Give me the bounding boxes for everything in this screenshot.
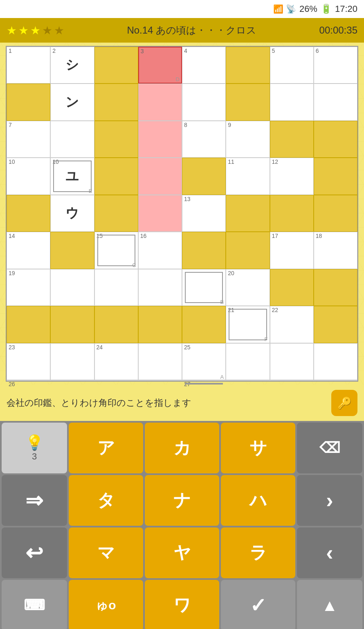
key-sa[interactable]: サ bbox=[221, 423, 295, 473]
cell-10-1[interactable]: 26 bbox=[7, 380, 50, 381]
cell-7-3[interactable] bbox=[94, 269, 138, 306]
cell-3-3 bbox=[94, 121, 138, 158]
key-ta[interactable]: タ bbox=[69, 475, 143, 526]
star-5: ★ bbox=[54, 24, 64, 37]
cell-3-1[interactable]: 7 bbox=[7, 121, 50, 158]
cell-7-5[interactable]: B bbox=[182, 269, 226, 306]
cell-10-3[interactable] bbox=[94, 380, 138, 381]
keyboard: 💡 3 ア カ サ ⌫ ⇒ タ ナ ハ › ↩ マ ヤ ラ ‹ ⌨ ゅo ワ ✓… bbox=[0, 421, 364, 629]
cell-2-7[interactable] bbox=[270, 84, 314, 120]
cell-1-1[interactable]: 1 bbox=[7, 47, 50, 84]
cell-2-4[interactable] bbox=[138, 84, 182, 120]
keyboard-button[interactable]: ⌨ bbox=[2, 580, 67, 629]
key-na[interactable]: ナ bbox=[145, 475, 219, 526]
cell-2-2[interactable]: ン bbox=[50, 84, 94, 120]
cell-5-2[interactable]: ウ bbox=[50, 195, 94, 232]
cell-4-2[interactable]: 10 ユ E bbox=[50, 158, 94, 195]
cell-6-7[interactable]: 17 bbox=[270, 232, 314, 269]
header: ★ ★ ★ ★ ★ No.14 あの頃は・・・クロス 00:00:35 bbox=[0, 18, 364, 43]
puzzle-area: 1 2シ 3D 4 5 6 ン 7 8 9 10 10 ユ E bbox=[0, 43, 364, 385]
cell-6-5 bbox=[182, 232, 226, 269]
cell-7-4[interactable] bbox=[138, 269, 182, 306]
cell-3-6[interactable]: 9 bbox=[226, 121, 270, 158]
cell-6-1[interactable]: 14 bbox=[7, 232, 50, 269]
hint-key-button[interactable]: 🔑 bbox=[331, 390, 357, 416]
cell-5-5[interactable]: 13 bbox=[182, 195, 226, 232]
cell-9-1[interactable]: 23 bbox=[7, 343, 50, 380]
star-1: ★ bbox=[7, 24, 17, 37]
cell-1-8[interactable]: 6 bbox=[314, 47, 357, 84]
forward-button[interactable]: ⇒ bbox=[2, 475, 67, 526]
key-ka[interactable]: カ bbox=[145, 423, 219, 473]
next-button[interactable]: › bbox=[297, 475, 362, 526]
cell-8-1 bbox=[7, 306, 50, 343]
cell-1-5[interactable]: 4 bbox=[182, 47, 226, 84]
difficulty-stars: ★ ★ ★ ★ ★ bbox=[7, 24, 64, 37]
cell-3-4[interactable] bbox=[138, 121, 182, 158]
star-4: ★ bbox=[42, 24, 52, 37]
cell-8-5 bbox=[182, 306, 226, 343]
cell-10-5[interactable]: 27 A bbox=[182, 380, 226, 381]
cell-4-7[interactable]: 12 bbox=[270, 158, 314, 195]
cell-3-5[interactable]: 8 bbox=[182, 121, 226, 158]
back-button[interactable]: ↩ bbox=[2, 527, 67, 578]
prev-button[interactable]: ‹ bbox=[297, 527, 362, 578]
cell-4-1[interactable]: 10 bbox=[7, 158, 50, 195]
cell-10-7[interactable] bbox=[270, 380, 314, 381]
cell-10-4[interactable] bbox=[138, 380, 182, 381]
kb-row-2: ⇒ タ ナ ハ › bbox=[2, 475, 362, 526]
key-ma[interactable]: マ bbox=[69, 527, 143, 578]
cell-6-2 bbox=[50, 232, 94, 269]
cell-10-8[interactable] bbox=[314, 380, 357, 381]
key-a[interactable]: ア bbox=[69, 423, 143, 473]
cell-4-4[interactable] bbox=[138, 158, 182, 195]
cell-8-2 bbox=[50, 306, 94, 343]
cell-2-8[interactable] bbox=[314, 84, 357, 120]
cell-6-8[interactable]: 18 bbox=[314, 232, 357, 269]
cell-7-7 bbox=[270, 269, 314, 306]
cell-9-7[interactable] bbox=[270, 343, 314, 380]
cell-2-6 bbox=[226, 84, 270, 120]
key-ra[interactable]: ラ bbox=[221, 527, 295, 578]
cell-3-2[interactable] bbox=[50, 121, 94, 158]
confirm-button[interactable]: ✓ bbox=[221, 580, 295, 629]
status-bar: 📶 📡 26% 🔋 17:20 bbox=[0, 0, 364, 18]
cell-9-8[interactable] bbox=[314, 343, 357, 380]
cell-2-1 bbox=[7, 84, 50, 120]
key-wa[interactable]: ワ bbox=[145, 580, 219, 629]
battery-icon: 🔋 bbox=[321, 4, 332, 14]
cell-9-2[interactable] bbox=[50, 343, 94, 380]
cell-10-2[interactable] bbox=[50, 380, 94, 381]
cell-8-3 bbox=[94, 306, 138, 343]
puzzle-title: No.14 あの頃は・・・クロス bbox=[127, 24, 256, 37]
cell-9-6[interactable] bbox=[226, 343, 270, 380]
up-button[interactable]: ▲ bbox=[297, 580, 362, 629]
key-ha[interactable]: ハ bbox=[221, 475, 295, 526]
cell-6-4[interactable]: 16 bbox=[138, 232, 182, 269]
cell-1-2[interactable]: 2シ bbox=[50, 47, 94, 84]
cell-6-3[interactable]: 15 C bbox=[94, 232, 138, 269]
hint-count: 3 bbox=[32, 451, 37, 462]
cell-8-7[interactable]: 22 bbox=[270, 306, 314, 343]
key-ya[interactable]: ヤ bbox=[145, 527, 219, 578]
cell-10-6[interactable] bbox=[226, 380, 270, 381]
cell-9-3[interactable]: 24 bbox=[94, 343, 138, 380]
cell-2-5[interactable] bbox=[182, 84, 226, 120]
key-small[interactable]: ゅo bbox=[69, 580, 143, 629]
cell-7-1[interactable]: 19 bbox=[7, 269, 50, 306]
cell-5-4[interactable] bbox=[138, 195, 182, 232]
cell-7-8 bbox=[314, 269, 357, 306]
cell-1-7[interactable]: 5 bbox=[270, 47, 314, 84]
cell-4-6[interactable]: 11 bbox=[226, 158, 270, 195]
cell-9-4[interactable] bbox=[138, 343, 182, 380]
crossword-grid[interactable]: 1 2シ 3D 4 5 6 ン 7 8 9 10 10 ユ E bbox=[6, 46, 358, 382]
cell-1-4[interactable]: 3D bbox=[138, 47, 182, 84]
cell-9-5[interactable]: 25 bbox=[182, 343, 226, 380]
cell-8-6[interactable]: 21 F bbox=[226, 306, 270, 343]
cell-7-6[interactable]: 20 bbox=[226, 269, 270, 306]
battery-percent: 26% bbox=[299, 4, 317, 14]
backspace-button[interactable]: ⌫ bbox=[297, 423, 362, 473]
cell-8-8 bbox=[314, 306, 357, 343]
hint-button[interactable]: 💡 3 bbox=[2, 423, 67, 473]
cell-7-2[interactable] bbox=[50, 269, 94, 306]
